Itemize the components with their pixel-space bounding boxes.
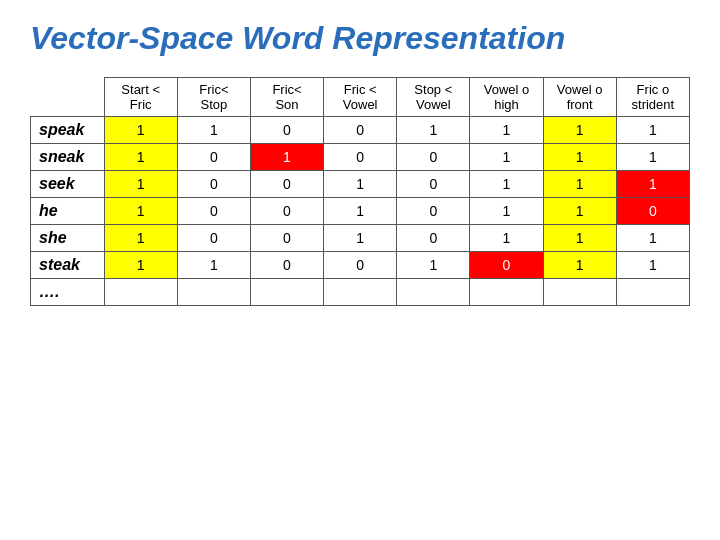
header-col-0: Start <Fric: [104, 78, 177, 117]
page: Vector-Space Word Representation Start <…: [0, 0, 720, 540]
cell-5-4: 1: [397, 252, 470, 279]
cell-5-6: 1: [543, 252, 616, 279]
cell-1-2: 1: [250, 144, 323, 171]
cell-0-7: 1: [616, 117, 689, 144]
cell-5-1: 1: [177, 252, 250, 279]
cell-0-6: 1: [543, 117, 616, 144]
header-row: Start <FricFric<StopFric<SonFric <VowelS…: [31, 78, 690, 117]
data-table: Start <FricFric<StopFric<SonFric <VowelS…: [30, 77, 690, 306]
cell-3-7: 0: [616, 198, 689, 225]
cell-6-2: [250, 279, 323, 306]
cell-1-4: 0: [397, 144, 470, 171]
cell-0-3: 0: [324, 117, 397, 144]
cell-0-2: 0: [250, 117, 323, 144]
row-label-0: speak: [31, 117, 105, 144]
cell-2-0: 1: [104, 171, 177, 198]
cell-3-0: 1: [104, 198, 177, 225]
row-label-1: sneak: [31, 144, 105, 171]
cell-3-2: 0: [250, 198, 323, 225]
cell-1-0: 1: [104, 144, 177, 171]
header-col-1: Fric<Stop: [177, 78, 250, 117]
cell-4-6: 1: [543, 225, 616, 252]
cell-4-0: 1: [104, 225, 177, 252]
header-col-6: Vowel ofront: [543, 78, 616, 117]
page-title: Vector-Space Word Representation: [30, 20, 690, 57]
header-col-4: Stop <Vowel: [397, 78, 470, 117]
cell-2-4: 0: [397, 171, 470, 198]
cell-3-1: 0: [177, 198, 250, 225]
cell-5-7: 1: [616, 252, 689, 279]
cell-3-6: 1: [543, 198, 616, 225]
cell-2-1: 0: [177, 171, 250, 198]
cell-4-1: 0: [177, 225, 250, 252]
cell-0-1: 1: [177, 117, 250, 144]
table-row: seek10010111: [31, 171, 690, 198]
cell-6-6: [543, 279, 616, 306]
cell-2-6: 1: [543, 171, 616, 198]
cell-5-2: 0: [250, 252, 323, 279]
header-col-5: Vowel ohigh: [470, 78, 543, 117]
cell-4-2: 0: [250, 225, 323, 252]
row-label-6: ….: [31, 279, 105, 306]
cell-3-3: 1: [324, 198, 397, 225]
cell-2-5: 1: [470, 171, 543, 198]
cell-6-4: [397, 279, 470, 306]
cell-4-7: 1: [616, 225, 689, 252]
cell-5-0: 1: [104, 252, 177, 279]
cell-5-3: 0: [324, 252, 397, 279]
cell-1-6: 1: [543, 144, 616, 171]
row-label-5: steak: [31, 252, 105, 279]
cell-1-5: 1: [470, 144, 543, 171]
cell-1-1: 0: [177, 144, 250, 171]
cell-4-3: 1: [324, 225, 397, 252]
cell-3-5: 1: [470, 198, 543, 225]
row-label-4: she: [31, 225, 105, 252]
table-row: ….: [31, 279, 690, 306]
cell-2-3: 1: [324, 171, 397, 198]
cell-1-7: 1: [616, 144, 689, 171]
cell-6-0: [104, 279, 177, 306]
cell-3-4: 0: [397, 198, 470, 225]
cell-6-5: [470, 279, 543, 306]
cell-6-1: [177, 279, 250, 306]
table-row: he10010110: [31, 198, 690, 225]
cell-2-7: 1: [616, 171, 689, 198]
table-row: sneak10100111: [31, 144, 690, 171]
cell-2-2: 0: [250, 171, 323, 198]
cell-6-7: [616, 279, 689, 306]
table-row: steak11001011: [31, 252, 690, 279]
header-empty: [31, 78, 105, 117]
cell-4-5: 1: [470, 225, 543, 252]
table-row: speak11001111: [31, 117, 690, 144]
row-label-2: seek: [31, 171, 105, 198]
header-col-3: Fric <Vowel: [324, 78, 397, 117]
header-col-2: Fric<Son: [250, 78, 323, 117]
cell-0-4: 1: [397, 117, 470, 144]
cell-0-0: 1: [104, 117, 177, 144]
row-label-3: he: [31, 198, 105, 225]
cell-4-4: 0: [397, 225, 470, 252]
cell-0-5: 1: [470, 117, 543, 144]
cell-5-5: 0: [470, 252, 543, 279]
header-col-7: Fric ostrident: [616, 78, 689, 117]
cell-1-3: 0: [324, 144, 397, 171]
table-row: she10010111: [31, 225, 690, 252]
cell-6-3: [324, 279, 397, 306]
